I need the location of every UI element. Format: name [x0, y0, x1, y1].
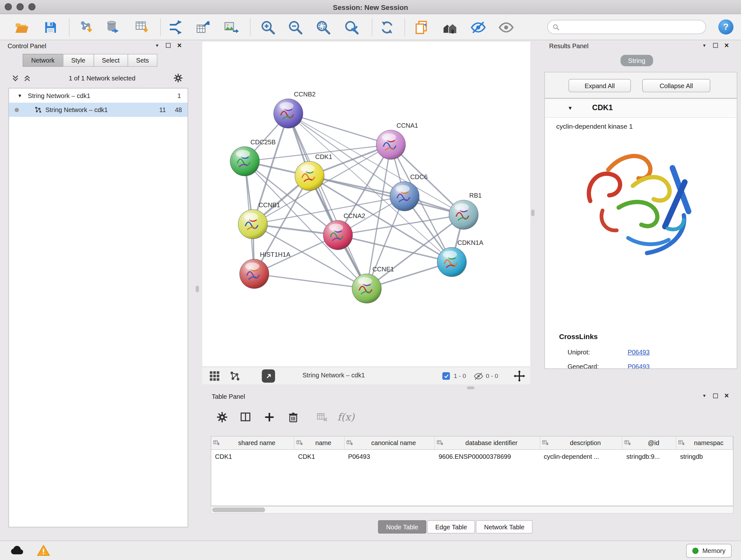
string-source-badge[interactable]: String	[620, 55, 653, 66]
fit-content-button[interactable]	[513, 370, 526, 384]
node-CCNB2[interactable]	[273, 99, 303, 128]
node-CCNA1[interactable]	[376, 130, 406, 159]
zoom-out-button[interactable]	[285, 17, 307, 38]
table-cell[interactable]: stringdb	[676, 450, 733, 463]
table-cell[interactable]: 9606.ENSP00000378699	[435, 450, 540, 463]
delete-column-button[interactable]	[284, 408, 302, 427]
warnings-button[interactable]	[37, 544, 50, 559]
left-splitter-handle[interactable]	[196, 286, 199, 293]
network-overview-button[interactable]	[229, 370, 240, 383]
edge-count: 48	[175, 106, 182, 113]
tab-style[interactable]: Style	[63, 54, 94, 67]
node-CDC25B[interactable]	[230, 146, 259, 176]
expand-all-icon[interactable]	[23, 74, 31, 82]
collapse-all-button[interactable]: Collapse All	[643, 79, 711, 92]
panel-menu-icon[interactable]: ▼	[702, 394, 706, 398]
edge-CCNE1-HIST1H1A[interactable]	[254, 274, 367, 289]
node-CCNB1[interactable]	[238, 209, 267, 239]
help-button[interactable]: ?	[718, 19, 733, 35]
tab-sets[interactable]: Sets	[128, 54, 157, 67]
refresh-button[interactable]	[376, 17, 398, 38]
node-CDC6[interactable]	[390, 182, 419, 211]
table-cell[interactable]: CDK1	[211, 450, 294, 463]
column-header[interactable]: description	[540, 436, 623, 449]
table-cell[interactable]: stringdb:9...	[623, 450, 677, 463]
node-CCNE1[interactable]	[352, 274, 381, 303]
network-collection-row[interactable]: ▼ String Network – cdk1 1	[9, 88, 188, 103]
search-input[interactable]	[562, 23, 701, 30]
bottom-splitter-handle[interactable]	[467, 386, 475, 389]
disclosure-triangle-icon[interactable]: ▼	[568, 105, 573, 111]
column-header[interactable]: @id	[623, 436, 677, 449]
selected-checkbox-icon[interactable]	[442, 372, 450, 380]
column-header[interactable]: namespac	[677, 436, 733, 449]
network-row-selected[interactable]: String Network – cdk1 11 48	[9, 103, 188, 117]
memory-button[interactable]: Memory	[686, 544, 732, 558]
gene-section-header[interactable]: ▼ CDK1	[545, 99, 737, 118]
edge-CDK1-RB1[interactable]	[310, 176, 464, 214]
new-network-from-table-button[interactable]	[192, 17, 214, 38]
zoom-in-button[interactable]	[257, 17, 279, 38]
column-header[interactable]: database identifier	[435, 436, 540, 449]
panel-close-icon[interactable]: ×	[177, 43, 182, 48]
import-network-from-file-button[interactable]	[76, 17, 97, 38]
save-session-button[interactable]	[40, 17, 61, 38]
table-horizontal-scrollbar[interactable]	[211, 506, 733, 514]
detach-view-button[interactable]	[262, 369, 275, 382]
zoom-selected-button[interactable]	[341, 17, 362, 38]
edge-CCNB2-CCNA1[interactable]	[288, 114, 391, 145]
node-RB1[interactable]	[449, 200, 478, 230]
right-splitter-handle[interactable]	[531, 209, 535, 216]
column-header[interactable]: shared name	[211, 436, 294, 449]
panel-close-icon[interactable]: ×	[724, 43, 729, 48]
scrollbar-thumb[interactable]	[212, 508, 265, 512]
node-CDKN1A[interactable]	[437, 247, 467, 277]
import-network-from-database-button[interactable]	[103, 17, 124, 38]
tab-network[interactable]: Network	[23, 54, 63, 67]
show-all-button[interactable]	[495, 17, 517, 38]
gear-icon[interactable]	[173, 73, 184, 83]
table-settings-button[interactable]	[212, 408, 231, 427]
collapse-all-icon[interactable]	[11, 74, 19, 82]
node-CCNA2[interactable]	[323, 220, 353, 250]
table-cell[interactable]: P06493	[344, 450, 435, 463]
panel-float-icon[interactable]	[166, 43, 171, 48]
group-nodes-button[interactable]	[439, 17, 461, 38]
hide-selected-button[interactable]	[468, 17, 489, 38]
add-column-button[interactable]	[260, 408, 279, 427]
panel-menu-icon[interactable]: ▼	[702, 43, 706, 48]
zoom-fit-button[interactable]	[313, 17, 334, 38]
import-table-from-file-button[interactable]	[131, 17, 153, 38]
panel-float-icon[interactable]	[713, 43, 718, 48]
column-header[interactable]: canonical name	[344, 436, 435, 449]
birdseye-view-button[interactable]	[209, 370, 220, 383]
show-columns-button[interactable]	[236, 408, 255, 427]
tab-select[interactable]: Select	[93, 54, 128, 67]
table-cell[interactable]: CDK1	[294, 450, 344, 463]
open-session-button[interactable]	[11, 17, 32, 38]
panel-float-icon[interactable]	[713, 394, 718, 398]
export-image-button[interactable]	[220, 17, 242, 38]
network-canvas[interactable]: CCNB2CCNA1CDC25BCDK1CDC6RB1CCNB1CCNA2CDK…	[202, 42, 530, 367]
cloud-status-button[interactable]	[10, 544, 24, 558]
hidden-eye-icon[interactable]	[474, 371, 483, 381]
node-HIST1H1A[interactable]	[240, 259, 269, 289]
disclosure-triangle-icon[interactable]: ▼	[17, 93, 22, 98]
edge-CCNB2-CCNE1[interactable]	[288, 114, 367, 289]
panel-close-icon[interactable]: ×	[724, 394, 729, 398]
table-row[interactable]: CDK1CDK1P064939606.ENSP00000378699cyclin…	[211, 450, 733, 463]
tab-network-table[interactable]: Network Table	[476, 520, 533, 534]
column-header[interactable]: name	[294, 436, 344, 449]
node-CDK1[interactable]	[295, 161, 324, 191]
new-network-button[interactable]	[165, 17, 187, 38]
crosslink-value[interactable]: P06493	[628, 363, 650, 369]
tab-edge-table[interactable]: Edge Table	[427, 520, 475, 534]
table-cell[interactable]: cyclin-dependent ...	[540, 450, 623, 463]
delete-table-button-disabled[interactable]	[313, 408, 332, 427]
function-builder-button[interactable]: f(x)	[333, 408, 359, 427]
copy-button[interactable]	[411, 17, 432, 38]
crosslink-value[interactable]: P06493	[628, 349, 650, 356]
panel-menu-icon[interactable]: ▼	[155, 43, 159, 48]
expand-all-button[interactable]: Expand All	[569, 79, 631, 92]
tab-node-table[interactable]: Node Table	[378, 520, 426, 534]
